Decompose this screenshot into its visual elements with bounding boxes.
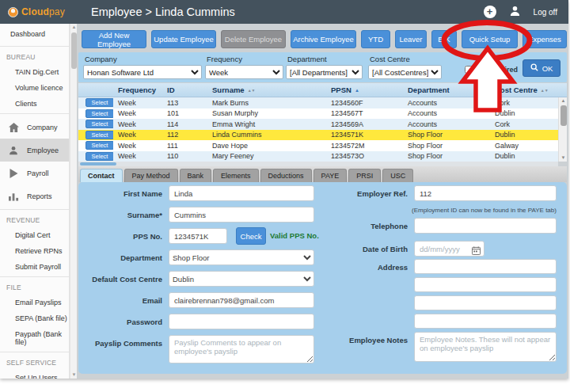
sidebar-item-paypath[interactable]: Paypath (Bank file) — [0, 326, 69, 350]
sidebar-item-email-payslips[interactable]: Email Payslips — [0, 295, 69, 310]
sidebar-item-payroll[interactable]: Payroll — [0, 162, 69, 185]
address-line-1-input[interactable] — [414, 259, 557, 274]
person-icon — [8, 145, 19, 156]
add-new-employee-button[interactable]: Add New Employee — [82, 30, 146, 48]
hide-retired-checkbox-group[interactable]: Hide Retired — [465, 66, 518, 74]
select-row-button[interactable]: Select — [86, 109, 113, 118]
top-bar-actions: + Log off — [484, 5, 568, 20]
scrollbar-thumb[interactable] — [71, 32, 77, 69]
hide-retired-checkbox[interactable] — [465, 66, 473, 74]
header-ppsn[interactable]: PPSN▲ — [326, 86, 403, 94]
search-ok-button[interactable]: OK — [522, 59, 560, 77]
tab-pay-method[interactable]: Pay Method — [124, 169, 178, 182]
sidebar-item-submit-payroll[interactable]: Submit Payroll — [0, 259, 69, 275]
table-row[interactable]: Select Week 111 Dave Hope 1234572M Shop … — [78, 140, 567, 151]
select-row-button[interactable]: Select — [86, 98, 113, 107]
delete-employee-button[interactable]: Delete Employee — [221, 30, 286, 48]
email-input[interactable] — [169, 292, 314, 308]
brand-name-light: pay — [49, 6, 65, 17]
sidebar-item-clients[interactable]: Clients — [0, 96, 69, 112]
header-frequency[interactable]: Frequency — [113, 86, 162, 94]
select-row-button[interactable]: Select — [86, 141, 113, 150]
table-row[interactable]: Select Week 113 Mark Burns 1234560F Acco… — [78, 97, 567, 108]
tab-bank[interactable]: Bank — [180, 169, 212, 182]
table-row[interactable]: Select Week 101 Susan Murphy 1234567T Ac… — [78, 108, 567, 120]
ytd-button[interactable]: YTD — [361, 30, 390, 48]
employer-ref-input[interactable] — [414, 185, 557, 201]
tab-contact[interactable]: Contact — [80, 169, 123, 182]
tab-usc[interactable]: USC — [382, 169, 413, 182]
table-row-selected[interactable]: Select Week 112 Linda Cummins 1234571K S… — [78, 130, 567, 141]
header-department[interactable]: Department — [403, 86, 490, 94]
scroll-down-icon[interactable]: ▼ — [559, 154, 568, 162]
header-cost-centre[interactable]: Cost Centre▲▼ — [490, 86, 558, 94]
password-input[interactable] — [169, 314, 314, 329]
sidebar-item-retrieve-rpns[interactable]: Retrieve RPNs — [0, 243, 69, 259]
header-id[interactable]: ID — [162, 86, 207, 94]
select-row-button[interactable]: Select — [86, 131, 113, 139]
department-form-select[interactable]: Shop Floor — [169, 249, 314, 265]
user-icon[interactable] — [509, 5, 521, 20]
scroll-up-icon[interactable]: ▲ — [559, 97, 568, 105]
table-row[interactable]: Select Week 114 Emma Wright 1234569A Acc… — [78, 119, 567, 130]
brand-logo[interactable]: Cloudpay — [0, 6, 77, 17]
sidebar-item-tain-dig-cert[interactable]: TAIN Dig.Cert — [0, 64, 69, 80]
frequency-select[interactable]: Week — [205, 65, 283, 79]
tab-prsi[interactable]: PRSI — [348, 169, 381, 182]
surname-input[interactable] — [169, 207, 314, 223]
cost-centre-select[interactable]: [All CostCentres] — [368, 65, 442, 79]
sidebar-item-sepa[interactable]: SEPA (Bank file) — [0, 310, 69, 326]
employee-notes-textarea[interactable] — [414, 332, 557, 362]
valid-pps-status: Valid PPS No. — [270, 231, 319, 240]
sidebar-divider — [0, 276, 69, 277]
sidebar-item-volume-licence[interactable]: Volume licence — [0, 80, 69, 96]
add-icon[interactable]: + — [484, 6, 496, 18]
pps-no-input[interactable] — [169, 228, 227, 244]
archive-employee-button[interactable]: Archive Employee — [291, 30, 356, 48]
sidebar-item-set-up-users[interactable]: Set Up Users — [0, 370, 69, 379]
log-off-link[interactable]: Log off — [534, 8, 557, 17]
sidebar-item-company[interactable]: Company — [0, 116, 69, 139]
leaver-button[interactable]: Leaver — [395, 30, 427, 48]
sort-icon[interactable]: ▲▼ — [541, 89, 549, 92]
sort-asc-icon[interactable]: ▲ — [355, 89, 359, 92]
telephone-input[interactable] — [414, 218, 557, 234]
header-surname[interactable]: Surname▲▼ — [207, 86, 326, 94]
select-row-button[interactable]: Select — [86, 120, 113, 128]
department-select[interactable]: [All Departments] — [286, 65, 363, 79]
address-line-3-input[interactable] — [414, 295, 557, 310]
sidebar-item-digital-cert[interactable]: Digital Cert — [0, 227, 69, 243]
bik-button[interactable]: BIK — [431, 30, 457, 48]
sidebar-item-reports[interactable]: Reports — [0, 185, 69, 207]
date-of-birth-input[interactable] — [414, 241, 484, 257]
default-cost-centre-select[interactable]: Dublin — [169, 271, 314, 287]
sidebar-scrollbar[interactable]: ▲ ▼ — [70, 24, 77, 379]
cell-surname: Emma Wright — [207, 120, 326, 128]
sidebar-divider — [0, 209, 69, 210]
sidebar-divider — [0, 46, 69, 47]
company-select[interactable]: Honan Software Ltd — [83, 65, 202, 79]
payslip-comments-textarea[interactable] — [169, 335, 314, 363]
address-line-4-input[interactable] — [414, 314, 557, 329]
cell-cost-centre: Cork — [490, 120, 558, 128]
expenses-button[interactable]: Expenses — [522, 30, 567, 48]
tab-elements[interactable]: Elements — [213, 169, 259, 182]
tab-paye[interactable]: PAYE — [314, 169, 348, 182]
select-row-button[interactable]: Select — [86, 152, 113, 161]
sidebar-divider — [0, 113, 69, 114]
quick-setup-button[interactable]: Quick Setup — [462, 30, 518, 48]
update-employee-button[interactable]: Update Employee — [151, 30, 216, 48]
sidebar-item-dashboard[interactable]: Dashboard — [0, 24, 69, 44]
check-pps-button[interactable]: Check — [236, 227, 266, 245]
scrollbar-thumb[interactable] — [560, 105, 567, 126]
date-of-birth-label: Date of Birth — [330, 245, 408, 253]
table-vertical-scrollbar[interactable]: ▲ ▼ — [558, 97, 567, 162]
sidebar-item-employee[interactable]: Employee — [0, 139, 69, 162]
sort-icon[interactable]: ▲▼ — [248, 89, 256, 92]
scrollbar-thumb[interactable] — [80, 162, 116, 166]
cell-department: Accounts — [403, 120, 490, 128]
table-row[interactable]: Select Week 110 Mary Feeney 1234573O Sho… — [78, 151, 567, 162]
address-line-2-input[interactable] — [414, 277, 557, 292]
tab-deductions[interactable]: Deductions — [260, 169, 312, 182]
first-name-input[interactable] — [169, 185, 314, 201]
